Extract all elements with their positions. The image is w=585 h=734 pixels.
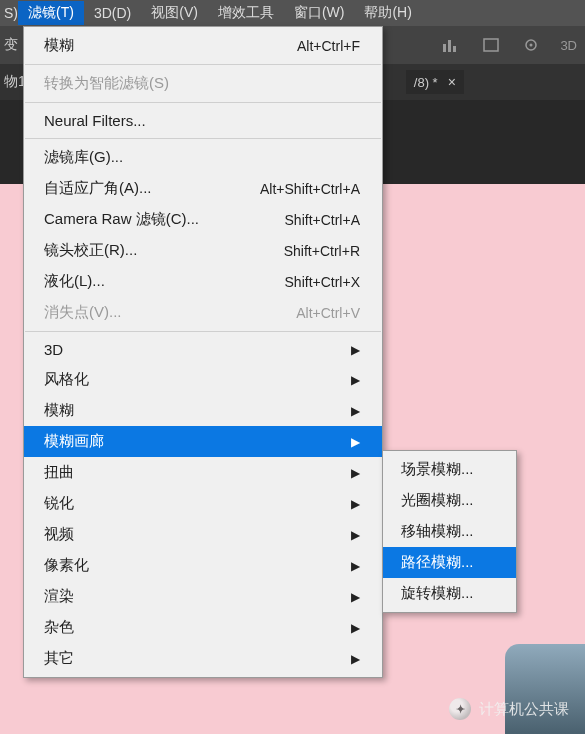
menubar-trunc-left: S) xyxy=(2,5,18,21)
menu-item-label: 模糊 xyxy=(44,401,74,420)
menu-item-shortcut: Alt+Ctrl+F xyxy=(297,38,360,54)
filter-menu-item-0[interactable]: 模糊Alt+Ctrl+F xyxy=(24,30,382,61)
menu-item-label: 滤镜库(G)... xyxy=(44,148,123,167)
filter-menu-item-23[interactable]: 其它▶ xyxy=(24,643,382,674)
menubar-item-view[interactable]: 视图(V) xyxy=(141,1,208,25)
canvas-object xyxy=(505,644,585,734)
svg-rect-2 xyxy=(453,46,456,52)
menubar-item-window[interactable]: 窗口(W) xyxy=(284,1,355,25)
menu-item-label: 风格化 xyxy=(44,370,89,389)
filter-menu-item-15[interactable]: 模糊▶ xyxy=(24,395,382,426)
menu-item-label: 液化(L)... xyxy=(44,272,105,291)
menu-item-label: Neural Filters... xyxy=(44,112,146,129)
filter-menu-item-7[interactable]: 自适应广角(A)...Alt+Shift+Ctrl+A xyxy=(24,173,382,204)
close-icon[interactable]: × xyxy=(448,74,456,90)
submenu-arrow-icon: ▶ xyxy=(351,497,360,511)
3d-mode-icon[interactable]: 3D xyxy=(560,38,577,53)
blur-gallery-item-1[interactable]: 光圈模糊... xyxy=(383,485,516,516)
menu-item-label: 像素化 xyxy=(44,556,89,575)
blur-gallery-item-4[interactable]: 旋转模糊... xyxy=(383,578,516,609)
filter-menu-item-6[interactable]: 滤镜库(G)... xyxy=(24,142,382,173)
menu-item-label: 自适应广角(A)... xyxy=(44,179,152,198)
options-bar-right-icons: 3D xyxy=(440,26,577,64)
filter-menu-item-10[interactable]: 液化(L)...Shift+Ctrl+X xyxy=(24,266,382,297)
filter-menu-item-4[interactable]: Neural Filters... xyxy=(24,106,382,135)
submenu-arrow-icon: ▶ xyxy=(351,466,360,480)
svg-point-5 xyxy=(530,44,533,47)
filter-menu-separator xyxy=(25,64,381,65)
menu-item-shortcut: Shift+Ctrl+A xyxy=(285,212,360,228)
filter-menu-item-2: 转换为智能滤镜(S) xyxy=(24,68,382,99)
menu-item-label: 消失点(V)... xyxy=(44,303,122,322)
filter-menu-item-14[interactable]: 风格化▶ xyxy=(24,364,382,395)
menubar-item-filter[interactable]: 滤镜(T) xyxy=(18,1,84,25)
menu-item-shortcut: Alt+Shift+Ctrl+A xyxy=(260,181,360,197)
submenu-arrow-icon: ▶ xyxy=(351,373,360,387)
document-tab[interactable]: /8) * × xyxy=(406,70,464,94)
menu-item-label: 模糊画廊 xyxy=(44,432,104,451)
filter-menu-item-17[interactable]: 扭曲▶ xyxy=(24,457,382,488)
filter-menu-item-8[interactable]: Camera Raw 滤镜(C)...Shift+Ctrl+A xyxy=(24,204,382,235)
filter-menu-separator xyxy=(25,331,381,332)
submenu-arrow-icon: ▶ xyxy=(351,435,360,449)
menu-item-shortcut: Alt+Ctrl+V xyxy=(296,305,360,321)
menu-item-label: 视频 xyxy=(44,525,74,544)
submenu-arrow-icon: ▶ xyxy=(351,621,360,635)
wechat-icon: ✦ xyxy=(449,698,471,720)
submenu-arrow-icon: ▶ xyxy=(351,590,360,604)
filter-menu-item-11: 消失点(V)...Alt+Ctrl+V xyxy=(24,297,382,328)
menu-item-label: 模糊 xyxy=(44,36,74,55)
blur-gallery-item-0[interactable]: 场景模糊... xyxy=(383,454,516,485)
submenu-arrow-icon: ▶ xyxy=(351,404,360,418)
svg-rect-0 xyxy=(443,44,446,52)
blur-gallery-item-2[interactable]: 移轴模糊... xyxy=(383,516,516,547)
svg-rect-3 xyxy=(484,39,498,51)
submenu-arrow-icon: ▶ xyxy=(351,559,360,573)
filter-menu-item-22[interactable]: 杂色▶ xyxy=(24,612,382,643)
svg-rect-1 xyxy=(448,40,451,52)
filter-menu-item-19[interactable]: 视频▶ xyxy=(24,519,382,550)
options-bar-trunc: 变 xyxy=(4,36,18,54)
menu-item-label: 锐化 xyxy=(44,494,74,513)
blur-gallery-submenu: 场景模糊...光圈模糊...移轴模糊...路径模糊...旋转模糊... xyxy=(382,450,517,613)
menu-item-label: 移轴模糊... xyxy=(401,522,474,541)
menu-item-shortcut: Shift+Ctrl+R xyxy=(284,243,360,259)
menu-item-label: 镜头校正(R)... xyxy=(44,241,137,260)
submenu-arrow-icon: ▶ xyxy=(351,343,360,357)
document-tab-label: /8) * xyxy=(414,75,438,90)
gear-icon[interactable] xyxy=(520,36,542,54)
filter-menu-item-21[interactable]: 渲染▶ xyxy=(24,581,382,612)
filter-menu-separator xyxy=(25,102,381,103)
watermark: ✦ 计算机公共课 xyxy=(449,698,569,720)
menu-item-label: 其它 xyxy=(44,649,74,668)
menu-item-label: 3D xyxy=(44,341,63,358)
menu-item-label: 渲染 xyxy=(44,587,74,606)
menu-item-label: 扭曲 xyxy=(44,463,74,482)
menu-item-shortcut: Shift+Ctrl+X xyxy=(285,274,360,290)
filter-menu-item-18[interactable]: 锐化▶ xyxy=(24,488,382,519)
menubar-item-plugins[interactable]: 增效工具 xyxy=(208,1,284,25)
watermark-text: 计算机公共课 xyxy=(479,700,569,719)
menu-item-label: 旋转模糊... xyxy=(401,584,474,603)
menubar: S) 滤镜(T) 3D(D) 视图(V) 增效工具 窗口(W) 帮助(H) xyxy=(0,0,585,26)
filter-menu: 模糊Alt+Ctrl+F转换为智能滤镜(S)Neural Filters...滤… xyxy=(23,26,383,678)
filter-menu-item-9[interactable]: 镜头校正(R)...Shift+Ctrl+R xyxy=(24,235,382,266)
filter-menu-separator xyxy=(25,138,381,139)
menu-item-label: Camera Raw 滤镜(C)... xyxy=(44,210,199,229)
filter-menu-item-16[interactable]: 模糊画廊▶ xyxy=(24,426,382,457)
menubar-item-3d[interactable]: 3D(D) xyxy=(84,2,141,24)
filter-menu-item-13[interactable]: 3D▶ xyxy=(24,335,382,364)
histogram-icon[interactable] xyxy=(440,36,462,54)
square-icon[interactable] xyxy=(480,36,502,54)
filter-menu-item-20[interactable]: 像素化▶ xyxy=(24,550,382,581)
menubar-item-help[interactable]: 帮助(H) xyxy=(354,1,421,25)
menu-item-label: 转换为智能滤镜(S) xyxy=(44,74,169,93)
submenu-arrow-icon: ▶ xyxy=(351,528,360,542)
menu-item-label: 路径模糊... xyxy=(401,553,474,572)
blur-gallery-item-3[interactable]: 路径模糊... xyxy=(383,547,516,578)
menu-item-label: 杂色 xyxy=(44,618,74,637)
submenu-arrow-icon: ▶ xyxy=(351,652,360,666)
menu-item-label: 光圈模糊... xyxy=(401,491,474,510)
menu-item-label: 场景模糊... xyxy=(401,460,474,479)
